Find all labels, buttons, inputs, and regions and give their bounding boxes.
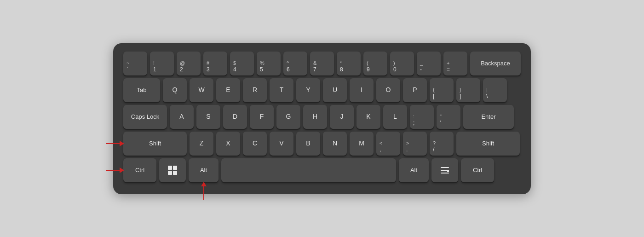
key-tilde[interactable]: ~` <box>123 52 147 75</box>
windows-icon <box>167 165 178 175</box>
key-tab[interactable]: Tab <box>123 78 160 102</box>
key-win[interactable] <box>159 158 186 182</box>
key-capslock[interactable]: Caps Lock <box>123 105 167 129</box>
key-slash[interactable]: ?/ <box>430 132 454 156</box>
key-9[interactable]: (9 <box>363 52 387 75</box>
menu-icon <box>440 166 450 174</box>
key-menu[interactable] <box>431 158 458 182</box>
key-n[interactable]: N <box>323 132 347 156</box>
key-i[interactable]: I <box>350 78 374 102</box>
key-b[interactable]: B <box>296 132 320 156</box>
svg-rect-7 <box>447 170 449 172</box>
key-d[interactable]: D <box>223 105 247 129</box>
key-y[interactable]: Y <box>296 78 320 102</box>
key-period[interactable]: >. <box>403 132 427 156</box>
key-o[interactable]: O <box>376 78 400 102</box>
row-zxcv: Shift Z X C V B N M <, >. ?/ Shift <box>123 132 521 156</box>
key-v[interactable]: V <box>270 132 293 156</box>
key-0[interactable]: )0 <box>390 52 414 75</box>
key-lshift[interactable]: Shift <box>123 132 187 156</box>
key-w[interactable]: W <box>190 78 213 102</box>
key-quote[interactable]: "' <box>437 105 460 129</box>
key-minus[interactable]: _- <box>417 52 441 75</box>
row-numbers: ~` !1 @2 #3 $4 %5 ^6 &7 *8 (9 )0 _- += B… <box>123 52 521 75</box>
key-x[interactable]: X <box>216 132 240 156</box>
key-r[interactable]: R <box>243 78 267 102</box>
key-l[interactable]: L <box>383 105 407 129</box>
key-g[interactable]: G <box>276 105 300 129</box>
key-u[interactable]: U <box>323 78 347 102</box>
key-space[interactable] <box>221 158 396 182</box>
arrow-alt-up <box>201 182 207 200</box>
key-m[interactable]: M <box>350 132 374 156</box>
key-j[interactable]: J <box>330 105 354 129</box>
key-rctrl[interactable]: Ctrl <box>461 158 494 182</box>
key-semicolon[interactable]: :; <box>410 105 434 129</box>
key-lalt[interactable]: Alt <box>189 158 218 182</box>
key-h[interactable]: H <box>303 105 327 129</box>
key-lctrl[interactable]: Ctrl <box>123 158 156 182</box>
svg-rect-1 <box>173 166 177 170</box>
key-6[interactable]: ^6 <box>283 52 307 75</box>
svg-rect-4 <box>441 167 449 168</box>
key-enter[interactable]: Enter <box>463 105 514 129</box>
key-backslash[interactable]: |\ <box>483 78 507 102</box>
key-e[interactable]: E <box>216 78 240 102</box>
key-3[interactable]: #3 <box>203 52 227 75</box>
key-q[interactable]: Q <box>163 78 187 102</box>
key-equals[interactable]: += <box>443 52 467 75</box>
svg-rect-6 <box>441 173 449 173</box>
key-c[interactable]: C <box>243 132 267 156</box>
key-1[interactable]: !1 <box>150 52 174 75</box>
key-s[interactable]: S <box>196 105 220 129</box>
key-t[interactable]: T <box>270 78 293 102</box>
key-comma[interactable]: <, <box>376 132 400 156</box>
key-k[interactable]: K <box>356 105 380 129</box>
key-backspace[interactable]: Backspace <box>470 52 521 75</box>
svg-rect-3 <box>173 171 177 175</box>
key-rbracket[interactable]: }] <box>456 78 480 102</box>
row-qwerty: Tab Q W E R T Y U I O P {[ }] |\ <box>123 78 521 102</box>
key-7[interactable]: &7 <box>310 52 334 75</box>
row-bottom: Ctrl Alt Alt <box>123 158 521 186</box>
svg-rect-2 <box>168 171 172 175</box>
key-f[interactable]: F <box>250 105 274 129</box>
keyboard: ~` !1 @2 #3 $4 %5 ^6 &7 *8 (9 )0 _- += B… <box>113 43 531 194</box>
key-a[interactable]: A <box>170 105 194 129</box>
arrow-ctrl-left <box>106 168 124 173</box>
key-8[interactable]: *8 <box>337 52 361 75</box>
key-2[interactable]: @2 <box>177 52 201 75</box>
arrow-shift-left <box>106 141 124 146</box>
key-p[interactable]: P <box>403 78 427 102</box>
key-z[interactable]: Z <box>190 132 213 156</box>
key-5[interactable]: %5 <box>257 52 281 75</box>
key-rshift[interactable]: Shift <box>456 132 520 156</box>
row-asdf: Caps Lock A S D F G H J K L :; "' Enter <box>123 105 521 129</box>
key-lbracket[interactable]: {[ <box>430 78 454 102</box>
svg-rect-0 <box>168 166 172 170</box>
key-4[interactable]: $4 <box>230 52 254 75</box>
key-ralt[interactable]: Alt <box>399 158 429 182</box>
